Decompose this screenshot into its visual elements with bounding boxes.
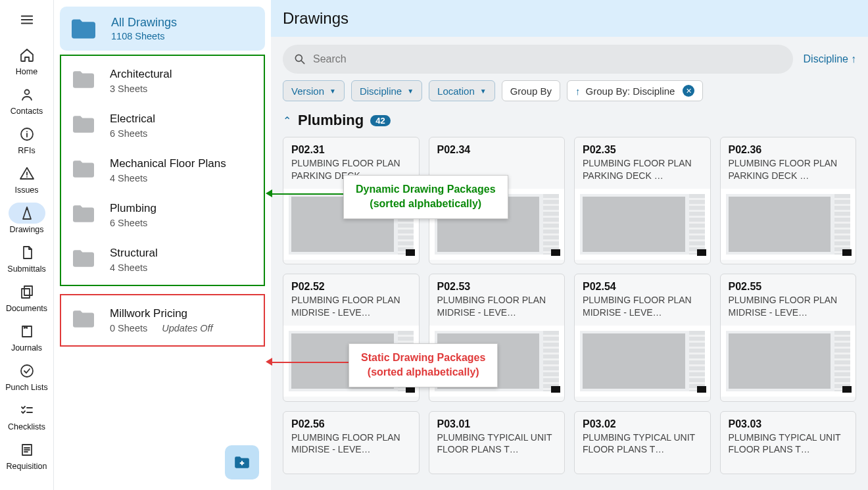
- all-drawings-title: All Drawings: [111, 16, 177, 30]
- toolbar: Discipline ↑ Version▼ Discipline▼ Locati…: [271, 37, 868, 107]
- rail-item-checklists[interactable]: Checklists: [5, 396, 49, 435]
- chevron-up-icon[interactable]: ⌃: [283, 114, 291, 127]
- rail-label: Home: [16, 67, 37, 76]
- hamburger-icon: [20, 12, 34, 27]
- card-desc: PLUMBING TYPICAL UNIT FLOOR PLANS T…: [583, 431, 702, 456]
- package-name: Mechanical Floor Plans: [110, 157, 226, 170]
- svg-point-8: [295, 55, 302, 61]
- card-code: P02.35: [583, 144, 702, 156]
- package-sub: 6 Sheets: [110, 218, 157, 228]
- rail-item-submittals[interactable]: Submittals: [5, 238, 49, 278]
- add-package-button[interactable]: [225, 445, 259, 479]
- doc-icon: [19, 245, 35, 260]
- person-icon: [19, 87, 35, 103]
- rail-label: RFIs: [18, 146, 35, 155]
- package-name: Architectural: [110, 68, 172, 81]
- arrow-up-icon: ↑: [575, 86, 581, 97]
- rail-label: Checklists: [8, 422, 45, 431]
- package-sub: 6 Sheets: [110, 128, 155, 139]
- callout-dynamic: Dynamic Drawing Packages (sorted alphabe…: [343, 175, 508, 219]
- search-field[interactable]: [283, 45, 793, 74]
- card-code: P02.52: [291, 281, 411, 293]
- package-item[interactable]: Plumbing6 Sheets: [61, 193, 264, 237]
- folder-icon: [70, 248, 97, 269]
- card-code: P02.56: [291, 418, 411, 430]
- rail-item-punch-lists[interactable]: Punch Lists: [5, 356, 49, 396]
- all-drawings-sub: 1108 Sheets: [111, 31, 177, 41]
- drawing-card[interactable]: P02.35PLUMBING FLOOR PLAN PARKING DECK …: [574, 137, 711, 264]
- svg-rect-4: [24, 286, 32, 295]
- folder-icon: [70, 308, 97, 330]
- hamburger-menu[interactable]: [14, 7, 40, 33]
- card-thumb: [721, 189, 856, 260]
- caret-down-icon: ▼: [480, 87, 487, 95]
- close-icon[interactable]: ✕: [683, 85, 694, 97]
- package-item[interactable]: Millwork Pricing0 SheetsUpdates Off: [61, 298, 264, 343]
- rail-item-drawings[interactable]: Drawings: [5, 199, 49, 238]
- rail-item-documents[interactable]: Documents: [5, 278, 49, 317]
- nav-rail: HomeContactsRFIsIssuesDrawingsSubmittals…: [0, 0, 54, 490]
- drawing-card[interactable]: P03.02PLUMBING TYPICAL UNIT FLOOR PLANS …: [574, 411, 711, 474]
- drawing-card[interactable]: P02.54PLUMBING FLOOR PLAN MIDRISE - LEVE…: [574, 274, 711, 401]
- drawing-card[interactable]: P03.01PLUMBING TYPICAIL UNIT FLOOR PLANS…: [429, 411, 566, 474]
- card-code: P02.31: [291, 144, 411, 156]
- folder-icon: [70, 203, 97, 224]
- chip-location[interactable]: Location▼: [429, 80, 495, 101]
- chip-version[interactable]: Version▼: [283, 80, 345, 101]
- card-code: P02.53: [437, 281, 557, 293]
- rail-item-requisition[interactable]: Requisition: [5, 435, 49, 475]
- page-title: Drawings: [283, 9, 856, 28]
- chip-groupby-active[interactable]: ↑Group By: Discipline✕: [567, 80, 703, 101]
- chip-groupby[interactable]: Group By: [502, 80, 560, 101]
- caret-down-icon: ▼: [407, 87, 414, 95]
- rail-label: Punch Lists: [5, 383, 48, 392]
- side-panel: All Drawings 1108 Sheets Architectural3 …: [54, 0, 271, 490]
- callout-arrow: [271, 362, 349, 363]
- package-item[interactable]: Architectural3 Sheets: [61, 59, 264, 103]
- main-content: Drawings Discipline ↑ Version▼ Disciplin…: [271, 0, 868, 490]
- card-desc: PLUMBING TYPICAL UNIT FLOOR PLANS T…: [729, 431, 848, 456]
- drawing-card[interactable]: P03.03PLUMBING TYPICAL UNIT FLOOR PLANS …: [720, 411, 857, 474]
- rail-label: Submittals: [7, 264, 45, 274]
- package-item[interactable]: Mechanical Floor Plans4 Sheets: [61, 148, 264, 193]
- card-desc: PLUMBING FLOOR PLAN MIDRISE - LEVE…: [291, 294, 411, 319]
- rail-label: Documents: [6, 304, 47, 313]
- folder-icon: [70, 69, 97, 90]
- card-thumb: [721, 326, 856, 397]
- rail-item-issues[interactable]: Issues: [5, 159, 49, 199]
- drawing-card[interactable]: P02.36PLUMBING FLOOR PLAN PARKING DECK …: [720, 137, 857, 264]
- card-code: P02.54: [583, 281, 702, 293]
- package-item[interactable]: Structural4 Sheets: [61, 237, 264, 282]
- static-packages-box: Millwork Pricing0 SheetsUpdates Off: [60, 294, 265, 347]
- rail-item-home[interactable]: Home: [5, 41, 49, 80]
- group-count-badge: 42: [370, 115, 390, 126]
- callout-arrow: [271, 193, 343, 195]
- card-desc: PLUMBING FLOOR PLAN MIDRISE - LEVE…: [583, 294, 702, 319]
- drawing-card[interactable]: P02.56PLUMBING FLOOR PLAN MIDRISE - LEVE…: [283, 411, 420, 474]
- all-drawings-card[interactable]: All Drawings 1108 Sheets: [60, 7, 265, 51]
- package-sub: 4 Sheets: [110, 173, 226, 184]
- package-name: Millwork Pricing: [110, 307, 213, 320]
- rail-item-rfis[interactable]: RFIs: [5, 120, 49, 159]
- search-input[interactable]: [313, 53, 783, 65]
- package-sub: 3 Sheets: [110, 84, 172, 94]
- card-desc: PLUMBING TYPICAIL UNIT FLOOR PLANS T…: [437, 431, 557, 456]
- compass-icon: [19, 205, 35, 221]
- card-thumb: [575, 326, 710, 397]
- check-icon: [19, 363, 35, 379]
- drawing-card[interactable]: P02.55PLUMBING FLOOR PLAN MIDRISE - LEVE…: [720, 274, 857, 401]
- svg-point-2: [26, 208, 28, 210]
- rail-item-contacts[interactable]: Contacts: [5, 80, 49, 120]
- page-header: Drawings: [271, 0, 868, 37]
- group-name: Plumbing: [298, 112, 364, 129]
- card-desc: PLUMBING FLOOR PLAN MIDRISE - LEVE…: [729, 294, 848, 319]
- info-icon: [19, 126, 35, 142]
- card-desc: PLUMBING FLOOR PLAN MIDRISE - LEVE…: [437, 294, 557, 319]
- package-name: Plumbing: [110, 202, 157, 215]
- rail-item-journals[interactable]: Journals: [5, 317, 49, 356]
- discipline-sort[interactable]: Discipline ↑: [804, 53, 856, 65]
- package-item[interactable]: Electrical6 Sheets: [61, 103, 264, 148]
- rail-label: Contacts: [11, 107, 43, 116]
- chip-discipline[interactable]: Discipline▼: [351, 80, 422, 101]
- journal-icon: [19, 324, 35, 339]
